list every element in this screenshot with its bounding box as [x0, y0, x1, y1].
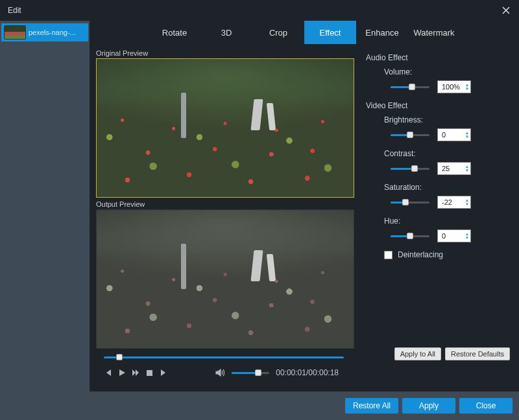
volume-spinbox[interactable]: 100%▲▼ [437, 80, 471, 93]
next-frame-button[interactable] [158, 367, 169, 379]
sidebar: pexels-nang-... [0, 21, 90, 420]
hue-slider[interactable] [391, 233, 429, 239]
audio-section-label: Audio Effect [366, 53, 507, 62]
video-section-label: Video Effect [366, 101, 507, 110]
volume-label: Volume: [384, 67, 507, 76]
brightness-spinbox[interactable]: 0▲▼ [437, 128, 471, 141]
tab-rotate[interactable]: Rotate [149, 21, 200, 44]
fast-forward-button[interactable] [130, 367, 141, 379]
apply-to-all-button[interactable]: Apply to All [394, 347, 441, 360]
clip-thumbnail [4, 25, 26, 40]
restore-all-button[interactable]: Restore All [345, 398, 398, 414]
original-preview-label: Original Preview [96, 49, 352, 57]
tab-effect[interactable]: Effect [304, 21, 356, 44]
close-button[interactable]: Close [459, 398, 513, 414]
time-display: 00:00:01/00:00:18 [276, 368, 345, 377]
deinterlacing-label: Deinterlacing [398, 250, 443, 259]
volume-icon[interactable] [214, 367, 225, 379]
content: Original Preview Output Preview [90, 44, 519, 391]
hue-spinbox[interactable]: 0▲▼ [437, 229, 471, 242]
mid-buttons: Apply to All Restore Defaults [394, 347, 510, 360]
contrast-slider[interactable] [391, 166, 429, 171]
window-title: Edit [8, 6, 21, 15]
volume-slider[interactable] [232, 370, 269, 375]
stop-button[interactable] [144, 367, 155, 379]
edit-window: Edit pexels-nang-... Rotate 3D Crop Effe… [0, 0, 519, 420]
apply-button[interactable]: Apply [402, 398, 455, 414]
output-preview-label: Output Preview [96, 200, 352, 208]
body: pexels-nang-... Rotate 3D Crop Effect En… [0, 21, 519, 420]
hue-label: Hue: [384, 216, 507, 226]
preview-column: Original Preview Output Preview [90, 44, 356, 391]
sidebar-clip-item[interactable]: pexels-nang-... [1, 23, 88, 41]
effect-panel: Audio Effect Volume: 100%▲▼ Video Effect… [356, 44, 519, 391]
contrast-spinbox[interactable]: 25▲▼ [437, 162, 471, 175]
restore-defaults-button[interactable]: Restore Defaults [445, 347, 510, 360]
window-close-button[interactable] [501, 5, 511, 16]
svg-rect-0 [147, 370, 152, 376]
tab-crop[interactable]: Crop [252, 21, 304, 44]
tab-watermark[interactable]: Watermark [408, 21, 460, 44]
main: Rotate 3D Crop Effect Enhance Watermark … [90, 21, 519, 420]
deinterlacing-checkbox[interactable] [384, 251, 392, 259]
close-icon [502, 6, 510, 14]
saturation-slider[interactable] [391, 200, 429, 205]
playback-scrubber[interactable] [96, 353, 352, 362]
brightness-label: Brightness: [384, 115, 507, 124]
tabs: Rotate 3D Crop Effect Enhance Watermark [90, 21, 519, 44]
tab-3d[interactable]: 3D [200, 21, 252, 44]
playback-controls: 00:00:01/00:00:18 [96, 362, 352, 384]
saturation-spinbox[interactable]: -22▲▼ [437, 196, 471, 209]
prev-frame-button[interactable] [103, 367, 114, 379]
tab-enhance[interactable]: Enhance [356, 21, 408, 44]
contrast-label: Contrast: [384, 149, 507, 158]
original-preview [96, 58, 354, 198]
volume-effect-slider[interactable] [391, 84, 429, 89]
play-button[interactable] [116, 367, 127, 379]
titlebar: Edit [0, 0, 519, 21]
clip-filename: pexels-nang-... [29, 29, 76, 36]
bottom-bar: Restore All Apply Close [90, 391, 519, 420]
saturation-label: Saturation: [384, 183, 507, 192]
output-preview [96, 209, 354, 349]
brightness-slider[interactable] [391, 132, 429, 137]
